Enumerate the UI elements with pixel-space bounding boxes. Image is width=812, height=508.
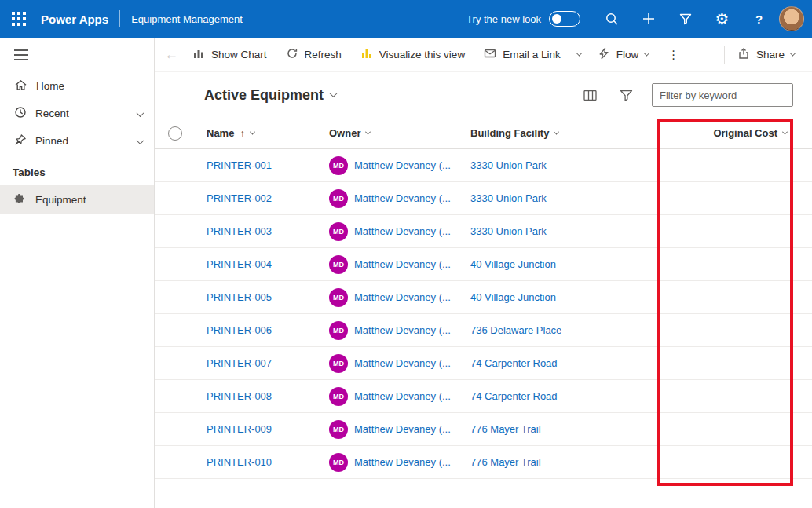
select-all-checkbox[interactable] [168,126,182,141]
sidebar-item-home[interactable]: Home [0,72,154,100]
record-link[interactable]: PRINTER-003 [207,225,272,237]
column-menu-chevron[interactable] [782,130,788,135]
record-link[interactable]: PRINTER-007 [207,357,272,369]
edit-columns-icon[interactable] [580,85,600,105]
email-link-button[interactable]: Email a Link [474,38,570,72]
app-launcher-icon[interactable] [0,0,38,38]
owner-link[interactable]: Matthew Devaney (... [354,192,451,204]
column-header-owner[interactable]: Owner [320,127,461,139]
flow-button[interactable]: Flow [588,38,659,72]
owner-link[interactable]: Matthew Devaney (... [354,291,451,303]
new-look-toggle[interactable] [549,11,580,27]
record-link[interactable]: PRINTER-006 [207,324,272,336]
owner-avatar: MD [329,354,348,373]
share-button[interactable]: Share [728,38,804,72]
back-button[interactable]: ← [159,46,183,63]
column-label: Original Cost [713,127,777,139]
command-label: Flow [616,49,639,60]
record-link[interactable]: PRINTER-005 [207,291,272,303]
filter-keyword-input[interactable] [652,83,793,107]
column-menu-chevron[interactable] [554,130,559,135]
column-menu-chevron[interactable] [250,130,255,135]
building-link[interactable]: 776 Mayer Trail [470,456,541,468]
waffle-grid [12,12,26,26]
building-link[interactable]: 74 Carpenter Road [470,357,558,369]
chevron-down-icon[interactable] [137,108,143,119]
owner-link[interactable]: Matthew Devaney (... [354,324,451,336]
owner-link[interactable]: Matthew Devaney (... [354,159,451,171]
building-link[interactable]: 3330 Union Park [470,225,547,237]
chevron-down-icon[interactable] [137,135,143,147]
table-row[interactable]: PRINTER-001 MD Matthew Devaney (... 3330… [155,149,812,182]
sidebar-item-label: Recent [35,108,69,119]
owner-link[interactable]: Matthew Devaney (... [354,456,451,468]
table-row[interactable]: PRINTER-009 MD Matthew Devaney (... 776 … [155,413,812,446]
recent-clock-icon [14,106,27,121]
records-grid: Name ↑ Owner Building Facility Original … [155,118,812,508]
building-link[interactable]: 776 Mayer Trail [470,423,541,435]
sidebar-item-recent[interactable]: Recent [0,100,154,127]
record-link[interactable]: PRINTER-008 [207,390,272,402]
help-icon[interactable]: ? [741,0,777,38]
building-link[interactable]: 736 Delaware Place [470,324,561,336]
table-row[interactable]: PRINTER-004 MD Matthew Devaney (... 40 V… [155,248,812,281]
command-label: Show Chart [211,49,267,60]
hamburger-menu-icon[interactable] [0,38,154,72]
view-selector[interactable]: Active Equipment [204,87,336,104]
grid-header-row: Name ↑ Owner Building Facility Original … [155,118,812,149]
sidebar-item-equipment[interactable]: Equipment [0,185,154,214]
owner-link[interactable]: Matthew Devaney (... [354,225,451,237]
app-brand[interactable]: Power Apps [41,13,108,26]
add-icon[interactable] [630,0,667,38]
top-app-bar: Power Apps Equipment Management Try the … [0,0,812,38]
refresh-button[interactable]: Refresh [276,38,351,72]
column-label: Building Facility [470,127,549,139]
record-link[interactable]: PRINTER-010 [207,456,272,468]
table-row[interactable]: PRINTER-002 MD Matthew Devaney (... 3330… [155,182,812,215]
building-link[interactable]: 40 Village Junction [470,258,556,270]
more-commands-button[interactable]: ⋮ [658,48,689,62]
table-body: PRINTER-001 MD Matthew Devaney (... 3330… [155,149,812,479]
record-link[interactable]: PRINTER-001 [207,159,272,171]
flow-icon [598,47,610,62]
table-row[interactable]: PRINTER-005 MD Matthew Devaney (... 40 V… [155,281,812,314]
tables-section-label: Tables [0,155,154,185]
show-chart-button[interactable]: Show Chart [183,38,276,72]
sidebar-item-pinned[interactable]: Pinned [0,127,154,155]
user-avatar[interactable] [779,6,804,31]
record-link[interactable]: PRINTER-002 [207,192,272,204]
owner-link[interactable]: Matthew Devaney (... [354,423,451,435]
building-link[interactable]: 40 Village Junction [470,291,556,303]
column-menu-chevron[interactable] [365,130,371,135]
table-row[interactable]: PRINTER-007 MD Matthew Devaney (... 74 C… [155,347,812,380]
settings-gear-icon[interactable]: ⚙ [704,0,741,38]
table-row[interactable]: PRINTER-006 MD Matthew Devaney (... 736 … [155,314,812,347]
owner-link[interactable]: Matthew Devaney (... [354,258,451,270]
table-row[interactable]: PRINTER-003 MD Matthew Devaney (... 3330… [155,215,812,248]
record-link[interactable]: PRINTER-004 [207,258,272,270]
column-header-building-facility[interactable]: Building Facility [461,127,649,139]
sort-ascending-icon: ↑ [240,127,245,139]
email-link-dropdown-chevron[interactable] [570,38,588,72]
table-row[interactable]: PRINTER-008 MD Matthew Devaney (... 74 C… [155,380,812,413]
building-link[interactable]: 3330 Union Park [470,159,547,171]
column-header-original-cost[interactable]: Original Cost [649,127,812,139]
filter-icon[interactable] [667,0,704,38]
building-link[interactable]: 3330 Union Park [470,192,547,204]
column-label: Owner [329,127,360,139]
owner-link[interactable]: Matthew Devaney (... [354,357,451,369]
try-new-look-label: Try the new look [466,13,541,25]
visualize-view-button[interactable]: Visualize this view [351,38,474,72]
view-title-text: Active Equipment [204,87,324,104]
edit-filters-icon[interactable] [616,85,636,105]
owner-avatar: MD [329,387,348,406]
table-row[interactable]: PRINTER-010 MD Matthew Devaney (... 776 … [155,446,812,479]
record-link[interactable]: PRINTER-009 [207,423,272,435]
toggle-knob [552,14,561,24]
search-icon[interactable] [593,0,630,38]
owner-link[interactable]: Matthew Devaney (... [354,390,451,402]
share-group: Share [721,38,804,72]
pin-icon [14,133,27,148]
column-header-name[interactable]: Name ↑ [196,127,320,139]
building-link[interactable]: 74 Carpenter Road [470,390,558,402]
